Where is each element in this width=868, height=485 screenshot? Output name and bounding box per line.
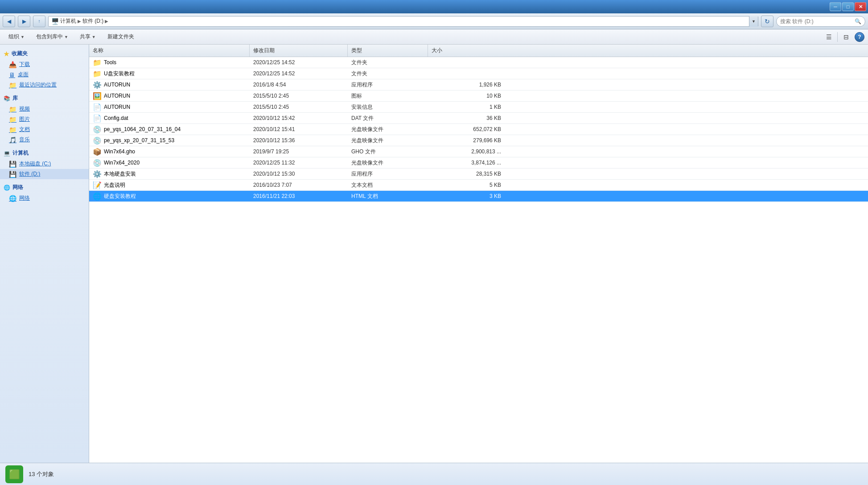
sidebar-computer-header[interactable]: 💻 计算机 [0,148,89,159]
file-size: 1,926 KB [428,81,508,89]
file-date: 2020/10/12 15:30 [250,170,348,178]
address-dropdown-button[interactable]: ▼ [749,16,758,27]
sidebar-item-docs[interactable]: 📁 文档 [0,124,89,135]
view-pane-button[interactable]: ⊟ [840,31,852,43]
sidebar-library-label: 库 [12,95,18,102]
sidebar-item-download-label: 下载 [19,61,30,68]
refresh-button[interactable]: ↻ [761,16,773,27]
table-row[interactable]: 🖼️ AUTORUN 2015/5/10 2:45 图标 10 KB [89,90,868,102]
file-size [428,62,508,63]
table-row[interactable]: ⚙️ 本地硬盘安装 2020/10/12 15:30 应用程序 28,315 K… [89,169,868,180]
file-date: 2016/11/21 22:03 [250,192,348,200]
minimize-button[interactable]: ─ [830,2,841,11]
file-name: Tools [104,59,116,66]
library-folder-icon: 📚 [4,95,10,102]
toolbar-sep [837,32,838,42]
sidebar-network-header[interactable]: 🌐 网络 [0,182,89,193]
file-name: 硬盘安装教程 [104,193,136,200]
sidebar-item-music[interactable]: 🎵 音乐 [0,135,89,145]
table-row[interactable]: 🌐 硬盘安装教程 2016/11/21 22:03 HTML 文档 3 KB [89,191,868,202]
file-date: 2020/12/25 11:32 [250,159,348,167]
file-type-icon: 📝 [93,181,102,189]
file-date: 2016/10/23 7:07 [250,181,348,189]
file-type-label: GHO 文件 [348,147,428,156]
close-button[interactable]: ✕ [855,2,866,11]
table-row[interactable]: 📝 光盘说明 2016/10/23 7:07 文本文档 5 KB [89,180,868,191]
help-button[interactable]: ? [855,32,864,42]
table-row[interactable]: ⚙️ AUTORUN 2016/1/8 4:54 应用程序 1,926 KB [89,79,868,90]
file-date: 2020/10/12 15:41 [250,125,348,133]
view-options-button[interactable]: ☰ [823,31,835,43]
sidebar-item-desktop[interactable]: 🖥 桌面 [0,70,89,80]
table-row[interactable]: 📦 Win7x64.gho 2019/9/7 19:25 GHO 文件 2,90… [89,146,868,157]
table-row[interactable]: 💿 pe_yqs_xp_20_07_31_15_53 2020/10/12 15… [89,135,868,146]
sidebar-item-download[interactable]: 📥 下载 [0,59,89,70]
file-name: pe_yqs_xp_20_07_31_15_53 [104,137,174,144]
file-type-icon: 🌐 [93,192,102,201]
file-size [428,73,508,74]
table-row[interactable]: 📁 Tools 2020/12/25 14:52 文件夹 [89,57,868,68]
share-button[interactable]: 共享 ▼ [75,31,101,43]
search-input[interactable] [780,18,853,25]
crumb-sep-1: ▶ [78,19,81,24]
sidebar-favorites-header[interactable]: ★ 收藏夹 [0,48,89,59]
table-row[interactable]: 💿 Win7x64_2020 2020/12/25 11:32 光盘映像文件 3… [89,157,868,169]
file-type-label: 光盘映像文件 [348,136,428,145]
col-modified[interactable]: 修改日期 [250,45,348,57]
include-button[interactable]: 包含到库中 ▼ [31,31,73,43]
table-row[interactable]: 💿 pe_yqs_1064_20_07_31_16_04 2020/10/12 … [89,124,868,135]
file-type-label: 安装信息 [348,103,428,112]
file-size: 279,696 KB [428,136,508,144]
address-bar-area: ◀ ▶ ↑ 🖥️ 计算机 ▶ 软件 (D:) ▶ ▼ ↻ 🔍 [0,13,868,29]
table-row[interactable]: 📁 U盘安装教程 2020/12/25 14:52 文件夹 [89,68,868,79]
organize-button[interactable]: 组织 ▼ [4,31,29,43]
video-icon: 📁 [9,106,16,113]
file-type-label: 应用程序 [348,80,428,90]
main-area: ★ 收藏夹 📥 下载 🖥 桌面 📁 最近访问的位置 📚 库 📁 [0,45,868,463]
file-name: Win7x64_2020 [104,160,140,166]
breadcrumb: 🖥️ 计算机 ▶ 软件 (D:) ▶ [49,17,749,25]
sidebar-item-drive-d[interactable]: 💾 软件 (D:) [0,169,89,179]
include-label: 包含到库中 [36,33,63,41]
table-row[interactable]: 📄 Config.dat 2020/10/12 15:42 DAT 文件 36 … [89,113,868,124]
sidebar-computer-section: 💻 计算机 💾 本地磁盘 (C:) 💾 软件 (D:) [0,148,89,179]
sidebar-item-recent-label: 最近访问的位置 [19,81,57,89]
app-icon: 🟩 [5,465,23,483]
file-type-label: 文件夹 [348,69,428,78]
file-size: 10 KB [428,92,508,100]
drive-d-icon: 💾 [9,171,16,178]
file-type-label: 光盘映像文件 [348,125,428,134]
up-button[interactable]: ↑ [33,16,45,27]
file-type-label: 图标 [348,91,428,101]
sidebar-favorites-section: ★ 收藏夹 📥 下载 🖥 桌面 📁 最近访问的位置 [0,48,89,90]
sidebar: ★ 收藏夹 📥 下载 🖥 桌面 📁 最近访问的位置 📚 库 📁 [0,45,89,463]
file-date: 2020/12/25 14:52 [250,70,348,78]
forward-button[interactable]: ▶ [18,16,30,27]
address-box[interactable]: 🖥️ 计算机 ▶ 软件 (D:) ▶ ▼ [48,16,758,27]
back-button[interactable]: ◀ [3,16,15,27]
title-bar: ─ □ ✕ [0,0,868,13]
col-name[interactable]: 名称 [89,45,250,57]
col-size[interactable]: 大小 [428,45,508,57]
sidebar-item-video[interactable]: 📁 视频 [0,104,89,114]
share-dropdown-arrow: ▼ [92,35,96,39]
file-name: AUTORUN [104,82,130,88]
sidebar-library-header[interactable]: 📚 库 [0,93,89,104]
new-folder-button[interactable]: 新建文件夹 [103,31,139,43]
col-type[interactable]: 类型 [348,45,428,57]
table-row[interactable]: 📄 AUTORUN 2015/5/10 2:45 安装信息 1 KB [89,102,868,113]
sidebar-item-recent[interactable]: 📁 最近访问的位置 [0,80,89,90]
file-type-icon: 💿 [93,136,102,145]
sidebar-item-drive-c-label: 本地磁盘 (C:) [19,160,51,168]
sidebar-item-network[interactable]: 🌐 网络 [0,193,89,203]
file-date: 2015/5/10 2:45 [250,103,348,111]
sidebar-item-drive-c[interactable]: 💾 本地磁盘 (C:) [0,159,89,169]
sidebar-item-pictures[interactable]: 📁 图片 [0,114,89,124]
search-icon[interactable]: 🔍 [855,18,861,25]
file-name-cell: 🌐 硬盘安装教程 [89,191,250,201]
file-size: 28,315 KB [428,170,508,178]
maximize-button[interactable]: □ [842,2,854,11]
organize-dropdown-arrow: ▼ [21,35,25,39]
search-box[interactable]: 🔍 [776,16,865,27]
empty-space [89,202,868,463]
